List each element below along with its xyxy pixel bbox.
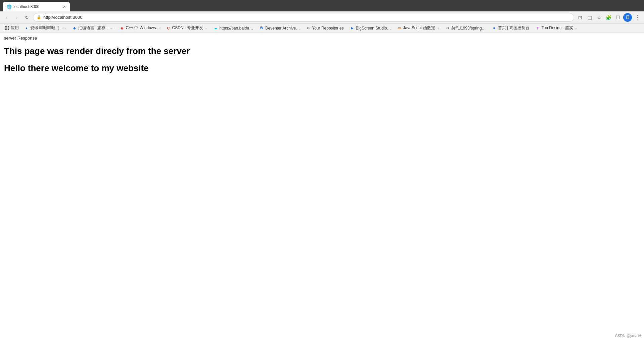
profile-button[interactable]: 日 <box>623 13 632 22</box>
navigation-bar: ‹ › ↻ 🔒 http://localhost:3000 ⊡ ⬚ ☆ 🧩 ☐ … <box>0 11 644 23</box>
window-button[interactable]: ☐ <box>614 13 622 21</box>
bookmark-label-news: 资讯·哔哩哔哩（ -… <box>30 25 66 31</box>
browser-chrome: 🌐 localhost:3000 ✕ ‹ › ↻ 🔒 http://localh… <box>0 0 644 33</box>
nav-right-icons: ⊡ ⬚ ☆ 🧩 ☐ 日 ⋮ <box>576 13 641 22</box>
refresh-button[interactable]: ↻ <box>23 13 31 21</box>
bookmark-favicon-baidu: ☁ <box>213 26 218 31</box>
security-icon: 🔒 <box>37 15 41 19</box>
bookmark-your-repos[interactable]: ⊙ Your Repositories <box>303 24 346 32</box>
bookmark-favicon-jeffli: ⊙ <box>445 26 450 31</box>
bookmark-jeffli-spring[interactable]: ⊙ JeffLi1993/spring… <box>443 24 489 32</box>
address-bar[interactable]: 🔒 http://localhost:3000 <box>33 13 574 22</box>
back-button[interactable]: ‹ <box>3 13 11 21</box>
bookmark-bigscreen[interactable]: ▶ BigScreen Studio… <box>347 24 394 32</box>
bookmark-label-cpp: C++ 中 Windows… <box>126 25 160 31</box>
bookmark-label-devcenter: Deventer Archive… <box>265 26 300 31</box>
bookmark-news[interactable]: ● 资讯·哔哩哔哩（ -… <box>21 24 69 32</box>
bookmark-favicon-js: JS <box>397 26 402 31</box>
bookmark-javascript[interactable]: JS JavaScript 函数定… <box>394 24 442 32</box>
bookmarks-bar: 应用 ● 资讯·哔哩哔哩（ -… ◆ 汇编语言 | 志存—… ◉ C++ 中 W… <box>0 23 644 33</box>
page-heading-2: Hello there welcome to my website <box>4 63 640 73</box>
apps-label: 应用 <box>11 25 19 31</box>
bookmark-favicon-tob: T <box>536 26 540 31</box>
bookmark-favicon-repos: ⊙ <box>306 26 311 31</box>
bookmark-label-js: JavaScript 函数定… <box>403 25 439 31</box>
bookmark-favicon-cpp: ◉ <box>120 26 124 31</box>
bookmark-editor[interactable]: ◆ 汇编语言 | 志存—… <box>70 24 117 32</box>
bookmark-favicon-bigscreen: ▶ <box>350 26 355 31</box>
bookmark-tob-design[interactable]: T Tob Design - 超实… <box>533 24 580 32</box>
screenshot-button[interactable]: ⊡ <box>576 13 584 21</box>
cast-button[interactable]: ⬚ <box>586 13 594 21</box>
bookmark-apps[interactable]: 应用 <box>3 24 21 32</box>
page-content: server Response This page was render dir… <box>0 33 644 339</box>
bookmark-baidu-pan[interactable]: ☁ https://pan.baidu… <box>211 24 256 32</box>
bookmark-favicon-gaode: ■ <box>492 26 497 31</box>
bookmark-label-csdn: CSDN - 专业开发… <box>172 25 208 31</box>
bookmark-label-bigscreen: BigScreen Studio… <box>356 26 391 31</box>
bookmark-gaode[interactable]: ■ 首页 | 高德控制台 <box>489 24 532 32</box>
bookmark-favicon-devcenter: W <box>259 26 264 31</box>
bookmark-label-editor: 汇编语言 | 志存—… <box>78 25 114 31</box>
bookmark-cpp-windows[interactable]: ◉ C++ 中 Windows… <box>117 24 163 32</box>
apps-grid-icon <box>5 26 9 31</box>
watermark: CSDN @yma16 <box>615 334 641 338</box>
tab-close-button[interactable]: ✕ <box>63 5 66 9</box>
bookmark-button[interactable]: ☆ <box>595 13 603 21</box>
bookmark-devcenter[interactable]: W Deventer Archive… <box>257 24 303 32</box>
bookmark-favicon-news: ● <box>24 26 29 31</box>
bookmark-label-repos: Your Repositories <box>312 26 343 31</box>
extension-puzzle-button[interactable]: 🧩 <box>604 13 612 21</box>
bookmark-favicon-editor: ◆ <box>72 26 77 31</box>
page-heading-1: This page was render direcly from the se… <box>4 46 640 56</box>
forward-button[interactable]: › <box>13 13 21 21</box>
bookmark-label-baidu: https://pan.baidu… <box>219 26 253 31</box>
server-response-label: server Response <box>4 36 640 41</box>
tab-bar: 🌐 localhost:3000 ✕ <box>0 0 644 11</box>
bookmark-favicon-csdn: C <box>166 26 171 31</box>
browser-menu-button[interactable]: ⋮ <box>633 13 641 21</box>
bookmark-label-tob: Tob Design - 超实… <box>542 25 578 31</box>
tab-favicon: 🌐 <box>7 4 11 9</box>
bookmark-label-jeffli: JeffLi1993/spring… <box>451 26 486 31</box>
tab-title: localhost:3000 <box>13 4 39 9</box>
url-text: http://localhost:3000 <box>43 15 82 20</box>
bookmark-label-gaode: 首页 | 高德控制台 <box>498 25 530 31</box>
active-tab[interactable]: 🌐 localhost:3000 ✕ <box>3 2 70 11</box>
bookmark-csdn[interactable]: C CSDN - 专业开发… <box>164 24 210 32</box>
